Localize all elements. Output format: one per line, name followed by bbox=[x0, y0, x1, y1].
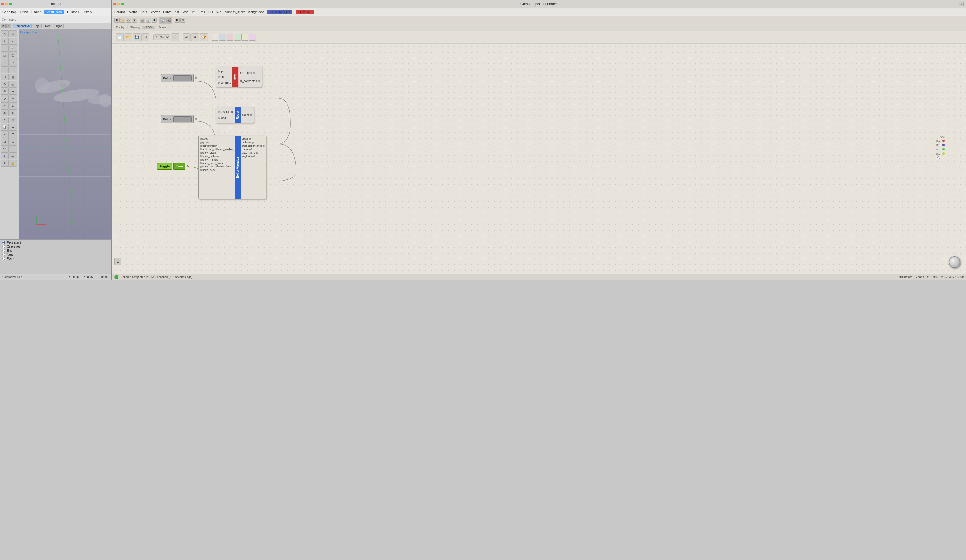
lt-polyline[interactable]: ⌖ bbox=[1, 38, 8, 44]
snap-point[interactable]: Point bbox=[2, 257, 108, 260]
gh-tool-fit[interactable]: ⊞ bbox=[171, 33, 179, 41]
menu-ortho[interactable]: Ortho bbox=[20, 10, 28, 14]
gh-traffic-yellow[interactable] bbox=[117, 3, 120, 5]
lt-surface[interactable]: ⊡ bbox=[9, 66, 17, 73]
button1-body[interactable]: Button bbox=[161, 74, 194, 82]
gh-tab-display[interactable]: 🖥 📐 ⬡ 👁 bbox=[113, 17, 138, 23]
radio-oneshot[interactable] bbox=[2, 245, 5, 248]
gh-tab-ros-active[interactable]: 📡 🔌 bbox=[159, 16, 172, 23]
radio-point[interactable] bbox=[2, 257, 5, 260]
command-input[interactable] bbox=[0, 18, 111, 21]
lt-sphere[interactable]: ◎ bbox=[9, 152, 17, 159]
button2-body[interactable]: Button bbox=[161, 115, 194, 123]
lt-more1[interactable]: ⋯ bbox=[1, 145, 8, 152]
gh-menu-compas-fab[interactable]: COMPAS FAB bbox=[268, 10, 292, 14]
gh-menu-srf[interactable]: Srf bbox=[175, 10, 179, 14]
lt-point[interactable]: ○ bbox=[9, 30, 17, 37]
lt-mirror[interactable]: ⌖ bbox=[9, 95, 17, 102]
tab-perspective[interactable]: Perspective bbox=[13, 24, 31, 28]
lt-snap[interactable]: ⊕ bbox=[9, 138, 17, 145]
lt-split[interactable]: ⊂ bbox=[9, 102, 17, 109]
gh-traffic-red[interactable] bbox=[113, 3, 116, 5]
menu-smarttrack[interactable]: SmartTrack bbox=[44, 10, 64, 14]
lt-props[interactable]: ⚙ bbox=[9, 116, 17, 123]
lt-dims[interactable]: ⌐ bbox=[1, 131, 8, 138]
snap-end[interactable]: End bbox=[2, 249, 108, 252]
gh-menu-wb[interactable]: Wb bbox=[217, 10, 222, 14]
lt-analysis[interactable]: 📊 bbox=[1, 124, 8, 131]
button2-inner[interactable] bbox=[173, 116, 192, 122]
gh-tool-zoom-fit[interactable]: ⊡ bbox=[141, 33, 150, 41]
tab-front[interactable]: Front bbox=[41, 24, 52, 28]
gh-menu-msh[interactable]: Msh bbox=[182, 10, 188, 14]
lt-scale[interactable]: ⊙ bbox=[1, 95, 8, 102]
lt-mesh[interactable]: △ bbox=[9, 81, 17, 88]
gh-tab-planning[interactable]: 🤖 📡 ⚙ bbox=[139, 17, 158, 23]
lt-circle[interactable]: ○ bbox=[9, 45, 17, 52]
lt-curve[interactable]: ⌢ bbox=[1, 66, 8, 73]
lt-render[interactable]: ● bbox=[9, 124, 17, 131]
gh-tool-preview[interactable]: 👁 bbox=[182, 33, 191, 41]
gh-menu-maths[interactable]: Maths bbox=[129, 10, 137, 14]
toggle-button[interactable]: Toggle bbox=[157, 163, 172, 170]
lt-trim[interactable]: ✂ bbox=[1, 102, 8, 109]
gh-tool-save[interactable]: 💾 bbox=[133, 33, 141, 41]
gh-canvas[interactable]: Button ip port bbox=[112, 44, 483, 274]
menu-grid-snap[interactable]: Grid Snap bbox=[2, 10, 17, 14]
lt-line[interactable]: ∕ bbox=[9, 38, 17, 44]
traffic-yellow[interactable] bbox=[5, 3, 8, 5]
gh-menu-params[interactable]: Params bbox=[114, 10, 125, 14]
gh-filter-red[interactable] bbox=[227, 34, 233, 41]
lt-arrow[interactable]: ⇕ bbox=[1, 160, 8, 167]
gh-mini-btn-1[interactable]: ⊡ bbox=[114, 258, 121, 265]
gh-menu-sets[interactable]: Sets bbox=[141, 10, 147, 14]
button1-inner[interactable] bbox=[173, 75, 192, 81]
lt-arc[interactable]: ⌒ bbox=[1, 45, 8, 52]
lt-grid[interactable]: ⊞ bbox=[1, 138, 8, 145]
radio-near[interactable] bbox=[2, 253, 5, 256]
lt-freehand[interactable]: ∿ bbox=[1, 59, 8, 66]
gh-menu-dis[interactable]: Dis bbox=[209, 10, 213, 14]
gh-menu-trns[interactable]: Trns bbox=[199, 10, 205, 14]
lt-helix[interactable]: ⟡ bbox=[9, 59, 17, 66]
menu-planar[interactable]: Planar bbox=[31, 10, 41, 14]
gh-filter-blue[interactable] bbox=[219, 34, 226, 41]
tab-top[interactable]: Top bbox=[32, 24, 41, 28]
snap-near[interactable]: Near bbox=[2, 253, 108, 256]
lt-join[interactable]: ⊃ bbox=[1, 110, 8, 116]
gh-menu-slicer[interactable]: compas_slicer bbox=[225, 10, 245, 14]
gh-menu-int[interactable]: Int bbox=[192, 10, 195, 14]
lt-move[interactable]: ⊗ bbox=[1, 88, 8, 95]
menu-history[interactable]: History bbox=[82, 10, 92, 14]
lt-circle-blue[interactable]: ● bbox=[1, 152, 8, 159]
gh-tool-new[interactable]: 📄 bbox=[116, 33, 123, 41]
lt-polygon[interactable]: ⬡ bbox=[9, 52, 17, 59]
tab-right[interactable]: Right bbox=[53, 24, 64, 28]
gh-tool-open[interactable]: 📂 bbox=[124, 33, 132, 41]
lt-text[interactable]: T bbox=[9, 131, 17, 138]
gh-menu-vector[interactable]: Vector bbox=[151, 10, 159, 14]
lt-select[interactable]: ↖ bbox=[1, 30, 8, 37]
lt-group[interactable]: ⊠ bbox=[9, 110, 17, 116]
radio-end[interactable] bbox=[2, 249, 5, 252]
lt-boolean[interactable]: ⊕ bbox=[1, 81, 8, 88]
lt-rotate[interactable]: ↩ bbox=[9, 88, 17, 95]
gh-menu-compas[interactable]: COMPAS bbox=[296, 10, 314, 14]
lt-patch[interactable]: ⊞ bbox=[1, 74, 8, 80]
rhino-viewport[interactable]: Perspective bbox=[19, 29, 111, 239]
gh-filter-green[interactable] bbox=[234, 34, 241, 41]
gh-tool-record[interactable]: ⏺ bbox=[191, 33, 199, 41]
menu-gumball[interactable]: Gumball bbox=[67, 10, 79, 14]
view-icon-grid[interactable]: ⊞ bbox=[1, 24, 6, 28]
gh-zoom-select[interactable]: 157% bbox=[153, 34, 170, 40]
snap-oneshot[interactable]: One shot bbox=[2, 245, 108, 248]
gh-tool-bake[interactable]: 🍞 bbox=[200, 33, 208, 41]
radio-persistent[interactable] bbox=[2, 241, 5, 244]
gh-traffic-green[interactable] bbox=[121, 3, 124, 5]
gh-filter-all[interactable] bbox=[212, 34, 219, 41]
traffic-green[interactable] bbox=[9, 3, 12, 5]
gh-tab-scene[interactable]: 🏗 ⬡ bbox=[173, 17, 187, 23]
lt-layer[interactable]: ≡ bbox=[1, 116, 8, 123]
lt-lock[interactable]: 🔒 bbox=[9, 160, 17, 167]
snap-persistent[interactable]: Persistent bbox=[2, 241, 108, 244]
